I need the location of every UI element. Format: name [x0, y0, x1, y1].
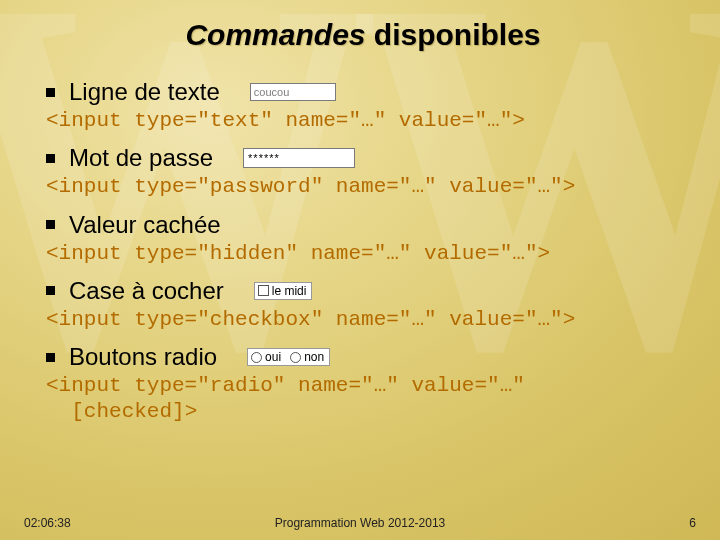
bullet-row-password: Mot de passe ******	[46, 144, 680, 172]
slide-title: Commandes disponibles	[46, 18, 680, 52]
bullet-icon	[46, 286, 55, 295]
title-emphasis: Commandes	[185, 18, 365, 51]
item-label: Valeur cachée	[69, 211, 221, 239]
bullet-row-hidden: Valeur cachée	[46, 211, 680, 239]
bullet-icon	[46, 220, 55, 229]
radio-demo: oui non	[247, 348, 330, 366]
title-rest: disponibles	[366, 18, 541, 51]
checkbox-icon	[258, 285, 269, 296]
checkbox-demo-label: le midi	[272, 284, 307, 298]
slide: Commandes disponibles Ligne de texte cou…	[0, 0, 720, 540]
code-radio-input: <input type="radio" name="…" value="…" […	[46, 373, 680, 426]
radio-option-label: oui	[265, 350, 281, 364]
footer-course: Programmation Web 2012-2013	[0, 516, 720, 530]
bullet-icon	[46, 88, 55, 97]
item-label: Case à cocher	[69, 277, 224, 305]
text-input-demo: coucou	[250, 83, 336, 101]
bullet-row-text: Ligne de texte coucou	[46, 78, 680, 106]
checkbox-demo: le midi	[254, 282, 313, 300]
code-password-input: <input type="password" name="…" value="……	[46, 174, 680, 200]
radio-icon	[290, 352, 301, 363]
bullet-icon	[46, 353, 55, 362]
footer: 02:06:38 Programmation Web 2012-2013 6	[0, 516, 720, 530]
footer-time: 02:06:38	[24, 516, 71, 530]
item-label: Ligne de texte	[69, 78, 220, 106]
item-label: Boutons radio	[69, 343, 217, 371]
bullet-icon	[46, 154, 55, 163]
password-input-demo: ******	[243, 148, 355, 168]
item-label: Mot de passe	[69, 144, 213, 172]
radio-icon	[251, 352, 262, 363]
code-hidden-input: <input type="hidden" name="…" value="…">	[46, 241, 680, 267]
footer-page: 6	[689, 516, 696, 530]
bullet-row-checkbox: Case à cocher le midi	[46, 277, 680, 305]
bullet-row-radio: Boutons radio oui non	[46, 343, 680, 371]
code-text-input: <input type="text" name="…" value="…">	[46, 108, 680, 134]
code-checkbox-input: <input type="checkbox" name="…" value="……	[46, 307, 680, 333]
radio-option-label: non	[304, 350, 324, 364]
